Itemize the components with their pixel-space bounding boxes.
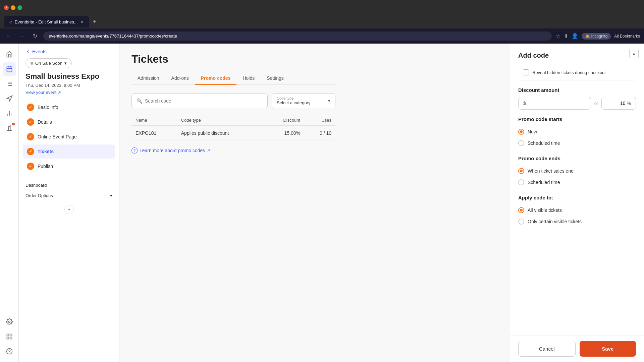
icon-rail <box>0 44 19 362</box>
view-event-link[interactable]: View your event ↗ <box>19 90 119 100</box>
external-link-icon: ↗ <box>58 90 61 95</box>
sidebar-item-publish[interactable]: ✓ Publish <box>23 159 115 173</box>
reveal-hidden-checkbox[interactable] <box>523 69 529 75</box>
cancel-button[interactable]: Cancel <box>518 341 576 357</box>
col-name: Name <box>131 115 177 126</box>
apply-all-radio[interactable] <box>518 207 524 213</box>
building-icon[interactable] <box>3 121 16 135</box>
code-type-filter[interactable]: Code type Select a category ▾ <box>272 93 335 108</box>
nav-check-details: ✓ <box>27 118 34 126</box>
sidebar-item-tickets[interactable]: ✓ Tickets <box>23 144 115 159</box>
event-status-area: On Sale Soon ▾ <box>25 58 112 68</box>
percent-symbol: % <box>627 101 631 106</box>
order-options-section[interactable]: Order Options ▾ <box>19 190 119 201</box>
back-nav-button[interactable]: ← <box>4 32 13 41</box>
table-row[interactable]: EXPO101 Applies public discount 15.00% 0… <box>131 126 335 141</box>
forward-nav-button[interactable]: → <box>17 32 27 41</box>
sidebar-item-details[interactable]: ✓ Details <box>23 115 115 129</box>
new-tab-button[interactable]: + <box>90 18 99 25</box>
status-dot <box>31 62 33 65</box>
help-icon[interactable] <box>3 345 16 358</box>
back-to-events[interactable]: Events <box>19 49 119 58</box>
apps-icon[interactable] <box>3 330 16 343</box>
search-input[interactable] <box>145 98 263 104</box>
nav-check-tickets: ✓ <box>27 148 34 155</box>
nav-label-publish: Publish <box>38 164 53 169</box>
dollar-symbol: $ <box>523 101 526 106</box>
nav-label-tickets: Tickets <box>38 149 54 154</box>
percent-input-wrap: % <box>601 97 636 110</box>
learn-more-link[interactable]: ? Learn more about promo codes ↗ <box>131 147 335 154</box>
url-input[interactable] <box>43 32 552 41</box>
nav-check-basic-info: ✓ <box>27 104 34 111</box>
dollar-input-wrap: $ <box>518 97 591 110</box>
event-title: Small business Expo <box>19 72 119 81</box>
promo-starts-label: Promo code starts <box>518 116 636 122</box>
gear-icon[interactable] <box>3 315 16 328</box>
tab-admission[interactable]: Admission <box>131 72 165 85</box>
nav-label-basic-info: Basic Info <box>38 105 58 110</box>
calendar-icon[interactable] <box>3 62 16 76</box>
right-panel: Add code ▲ Reveal hidden tickets during … <box>510 44 644 362</box>
promo-name: EXPO101 <box>131 126 177 141</box>
ends-sales-end-radio[interactable] <box>518 168 524 174</box>
svg-rect-17 <box>10 337 12 339</box>
maximize-button[interactable] <box>17 5 22 10</box>
tab-close-icon[interactable]: ✕ <box>80 20 84 24</box>
sidebar-item-basic-info[interactable]: ✓ Basic Info <box>23 100 115 114</box>
svg-point-13 <box>8 321 10 323</box>
ends-scheduled-radio[interactable] <box>518 179 524 185</box>
starts-scheduled-radio[interactable] <box>518 140 524 146</box>
chart-icon[interactable] <box>3 107 16 120</box>
percent-input[interactable] <box>606 101 625 106</box>
view-event-label: View your event <box>25 90 56 95</box>
starts-now-option[interactable]: Now <box>518 126 636 137</box>
refresh-button[interactable]: ↻ <box>31 32 39 41</box>
ends-scheduled-option[interactable]: Scheduled time <box>518 177 636 188</box>
sidebar-nav: ✓ Basic Info ✓ Details ✓ Online Event Pa… <box>19 100 119 173</box>
sidebar: Events On Sale Soon ▾ Small business Exp… <box>19 44 119 362</box>
promo-table: Name Code type Discount Uses EXPO101 App… <box>131 115 335 141</box>
sidebar-item-online-event-page[interactable]: ✓ Online Event Page <box>23 130 115 144</box>
starts-scheduled-option[interactable]: Scheduled time <box>518 137 636 149</box>
tab-title: Eventbrite - Edit Small busines... <box>15 19 78 24</box>
tab-addons[interactable]: Add-ons <box>165 72 195 85</box>
megaphone-icon[interactable] <box>3 92 16 105</box>
col-discount: Discount <box>265 115 304 126</box>
info-icon: ? <box>131 147 138 154</box>
scroll-up-button[interactable]: ▲ <box>629 49 639 58</box>
starts-now-radio[interactable] <box>518 129 524 135</box>
col-uses: Uses <box>304 115 335 126</box>
nav-label-online-event: Online Event Page <box>38 134 77 139</box>
save-button[interactable]: Save <box>580 341 636 357</box>
right-panel-scroll: Add code ▲ Reveal hidden tickets during … <box>510 44 644 335</box>
nav-check-online-event: ✓ <box>27 133 34 140</box>
apply-certain-label: Only certain visible tickets <box>528 219 582 224</box>
tab-holds[interactable]: Holds <box>236 72 261 85</box>
reveal-hidden-label: Reveal hidden tickets during checkout <box>532 70 606 75</box>
promo-code-type: Applies public discount <box>177 126 265 141</box>
svg-rect-15 <box>10 334 12 336</box>
promo-discount: 15.00% <box>265 126 304 141</box>
close-button[interactable]: ✕ <box>4 5 9 10</box>
discount-row: $ or % <box>518 97 636 110</box>
promo-ends-group: Promo code ends When ticket sales end Sc… <box>518 156 636 188</box>
tab-promo-codes[interactable]: Promo codes <box>195 72 237 85</box>
filter-label: Code type <box>277 96 310 100</box>
dashboard-section[interactable]: Dashboard <box>19 180 119 190</box>
or-label: or <box>594 101 598 106</box>
apply-certain-radio[interactable] <box>518 219 524 225</box>
status-chevron: ▾ <box>64 61 67 66</box>
scroll-down-icon[interactable]: ▾ <box>64 205 74 214</box>
list-icon[interactable] <box>3 77 16 90</box>
ends-sales-end-option[interactable]: When ticket sales end <box>518 165 636 177</box>
dollar-input[interactable] <box>527 101 586 106</box>
apply-certain-option[interactable]: Only certain visible tickets <box>518 216 636 227</box>
panel-footer: Cancel Save <box>510 335 644 362</box>
status-badge[interactable]: On Sale Soon ▾ <box>25 58 72 68</box>
tab-settings[interactable]: Settings <box>261 72 290 85</box>
apply-all-option[interactable]: All visible tickets <box>518 204 636 216</box>
minimize-button[interactable] <box>11 5 15 10</box>
home-icon[interactable] <box>3 48 16 61</box>
active-tab[interactable]: e Eventbrite - Edit Small busines... ✕ <box>4 16 89 27</box>
